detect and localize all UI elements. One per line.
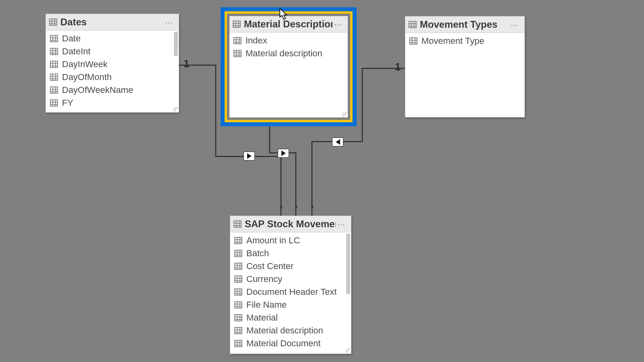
table-material-description[interactable]: Material Description ··· Index Material … [229,16,348,117]
cardinality-many-3: * [308,204,316,213]
model-canvas[interactable]: 1 1 * * * Dates ··· Date DateInt DayInWe… [0,0,644,362]
table-options-button[interactable]: ··· [332,20,344,29]
table-options-button[interactable]: ··· [336,220,347,229]
field-item[interactable]: Material Document [230,337,351,350]
table-title: Material Description [244,19,332,30]
field-item[interactable]: DateInt [46,45,179,58]
field-list-dates: Date DateInt DayInWeek DayOfMonth DayOfW… [46,31,179,111]
field-item[interactable]: Amount in LC [230,234,351,247]
table-title: Movement Types [420,19,509,30]
field-icon [50,86,58,94]
table-options-button[interactable]: ··· [163,18,175,27]
field-icon [50,61,58,68]
field-icon [409,37,417,45]
field-item[interactable]: Document Header Text [230,286,351,298]
cardinality-many-2: * [292,204,300,213]
table-sap-stock-movements[interactable]: SAP Stock Movements ··· Amount in LC Bat… [230,216,351,354]
cardinality-one-movementtypes: 1 [395,61,400,73]
table-title: Dates [60,16,163,28]
resize-grip[interactable] [342,112,347,117]
cardinality-one-dates: 1 [184,58,189,70]
table-options-button[interactable]: ··· [509,20,520,29]
field-icon [50,35,58,42]
table-icon [49,19,57,26]
field-item[interactable]: DayInWeek [46,58,179,71]
field-icon [234,301,242,309]
table-icon [409,21,417,28]
scrollbar-thumb[interactable] [174,32,178,56]
field-icon [234,250,242,257]
field-icon [234,288,242,296]
filter-direction-material[interactable] [278,149,289,158]
cardinality-many-1: * [277,204,285,213]
field-icon [234,340,242,347]
table-movement-types[interactable]: Movement Types ··· Movement Type [405,16,525,117]
field-icon [50,74,58,81]
field-item[interactable]: Date [46,32,179,45]
field-item[interactable]: Material [230,311,351,324]
field-item[interactable]: File Name [230,298,351,311]
field-icon [50,48,58,55]
table-icon [233,220,242,228]
field-icon [233,50,242,57]
field-icon [234,276,242,283]
table-icon [233,21,241,28]
table-header-sap-stock-movements[interactable]: SAP Stock Movements ··· [230,216,351,232]
field-item[interactable]: DayOfMonth [46,71,179,84]
field-item[interactable]: Movement Type [405,35,524,47]
table-header-material-description[interactable]: Material Description ··· [229,16,348,33]
field-icon [234,237,242,244]
field-item[interactable]: Material description [229,47,348,60]
table-header-movement-types[interactable]: Movement Types ··· [405,16,524,33]
field-list-movement-types: Movement Type [405,33,524,49]
field-item[interactable]: FY [46,97,179,109]
resize-grip[interactable] [345,348,350,353]
field-icon [50,99,58,107]
field-item[interactable]: Cost Center [230,260,351,273]
field-list-material-description: Index Material description [229,33,348,62]
field-list-sap-stock-movements: Amount in LC Batch Cost Center Currency … [230,232,351,352]
field-item[interactable]: DayOfWeekName [46,84,179,97]
scrollbar-thumb[interactable] [346,234,350,294]
field-icon [233,37,242,44]
field-item[interactable]: Batch [230,247,351,260]
filter-direction-dates[interactable] [244,152,255,160]
field-item[interactable]: Currency [230,273,351,286]
resize-grip[interactable] [173,107,178,111]
table-header-dates[interactable]: Dates ··· [46,14,179,31]
table-title: SAP Stock Movements [245,218,336,230]
field-icon [234,327,242,334]
field-icon [234,314,242,321]
field-icon [234,263,242,270]
field-item[interactable]: Index [229,34,348,47]
field-item[interactable]: Material description [230,324,351,337]
table-dates[interactable]: Dates ··· Date DateInt DayInWeek DayOfMo… [45,14,179,113]
filter-direction-movementtypes[interactable] [332,138,343,146]
